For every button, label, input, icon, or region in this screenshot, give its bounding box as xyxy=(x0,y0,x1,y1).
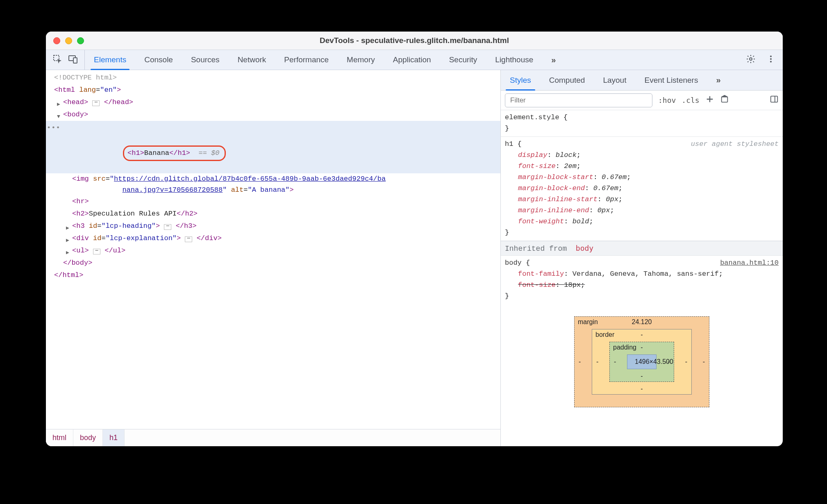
css-property[interactable]: margin-block-end: 0.67em; xyxy=(518,183,779,194)
toggle-sidebar-icon[interactable] xyxy=(770,95,779,106)
element-style-block[interactable]: element.style {} xyxy=(501,110,783,137)
stab-listeners[interactable]: Event Listeners xyxy=(635,70,707,90)
svg-point-4 xyxy=(770,55,772,57)
dom-img[interactable]: <img src="https://cdn.glitch.global/87b4… xyxy=(54,173,500,195)
body-selector: body xyxy=(505,259,522,267)
tab-sources[interactable]: Sources xyxy=(182,50,229,70)
dom-tree[interactable]: <!DOCTYPE html> <html lang="en"> ▶<head>… xyxy=(46,70,500,429)
ellipsis-icon[interactable]: ⋯ xyxy=(92,100,100,106)
padding-left-value: - xyxy=(614,358,616,366)
hover-toggle[interactable]: :hov xyxy=(658,96,676,104)
css-property[interactable]: margin-block-start: 0.67em; xyxy=(518,172,779,183)
img-src-part1[interactable]: https://cdn.glitch.global/87b4c0fe-655a-… xyxy=(114,175,386,183)
stab-computed[interactable]: Computed xyxy=(540,70,594,90)
css-property[interactable]: font-size: 2em; xyxy=(518,161,779,172)
styles-tabs: Styles Computed Layout Event Listeners » xyxy=(501,70,783,91)
svg-rect-8 xyxy=(771,96,778,102)
padding-top-value: - xyxy=(641,344,643,351)
computed-styles-icon[interactable] xyxy=(720,95,729,106)
dom-body-close[interactable]: </body> xyxy=(54,257,500,269)
devtools-window: DevTools - speculative-rules.glitch.me/b… xyxy=(46,32,783,446)
window-title: DevTools - speculative-rules.glitch.me/b… xyxy=(46,36,783,45)
dom-selected-row[interactable]: ••• <h1>Banana</h1> == $0 xyxy=(46,121,500,173)
settings-gear-icon[interactable] xyxy=(746,54,756,66)
tab-security[interactable]: Security xyxy=(440,50,486,70)
tab-memory[interactable]: Memory xyxy=(338,50,384,70)
dom-div[interactable]: ▶<div id="lcp-explanation"> ⋯ </div> xyxy=(54,232,500,245)
stab-listeners-label: Event Listeners xyxy=(644,76,698,85)
tab-memory-label: Memory xyxy=(347,55,375,64)
svg-rect-2 xyxy=(73,58,77,63)
dom-hr[interactable]: <hr> xyxy=(54,195,500,208)
tab-performance[interactable]: Performance xyxy=(275,50,338,70)
dom-h3[interactable]: ▶<h3 id="lcp-heading"> ⋯ </h3> xyxy=(54,220,500,232)
css-property[interactable]: display: block; xyxy=(518,150,779,161)
crumb-body[interactable]: body xyxy=(73,429,103,446)
css-property[interactable]: margin-inline-end: 0px; xyxy=(518,205,779,216)
tab-network[interactable]: Network xyxy=(229,50,275,70)
chevron-double-right-icon: » xyxy=(716,75,719,85)
stab-styles[interactable]: Styles xyxy=(501,70,540,90)
h1-selector: h1 xyxy=(505,140,513,148)
inspect-element-icon[interactable] xyxy=(52,54,62,66)
css-property[interactable]: font-weight: bold; xyxy=(518,216,779,227)
chevron-double-right-icon: » xyxy=(551,55,554,65)
h2-text: Speculation Rules API xyxy=(89,210,177,218)
ellipsis-icon[interactable]: ⋯ xyxy=(164,224,171,230)
padding-label: padding xyxy=(613,344,636,351)
box-model-border[interactable]: border - - - - padding - - - xyxy=(592,329,692,395)
tab-application[interactable]: Application xyxy=(384,50,440,70)
tab-elements-label: Elements xyxy=(94,55,126,64)
class-toggle[interactable]: .cls xyxy=(682,96,699,104)
stab-layout[interactable]: Layout xyxy=(594,70,635,90)
ellipsis-icon[interactable]: ⋯ xyxy=(93,249,100,254)
margin-right-value: - xyxy=(703,358,705,366)
doctype-text: <!DOCTYPE html> xyxy=(54,74,117,82)
crumb-html[interactable]: html xyxy=(46,429,73,446)
img-src-part2[interactable]: nana.jpg?v=1705668720588 xyxy=(122,186,223,194)
gutter-menu-icon[interactable]: ••• xyxy=(47,122,61,134)
filter-input[interactable] xyxy=(505,93,652,107)
dom-head[interactable]: ▶<head> ⋯ </head> xyxy=(54,96,500,109)
padding-bottom-value: - xyxy=(641,372,643,380)
zoom-icon[interactable] xyxy=(77,37,84,44)
dom-html-close[interactable]: </html> xyxy=(54,269,500,282)
border-right-value: - xyxy=(685,358,687,366)
more-stabs-icon[interactable]: » xyxy=(707,70,728,90)
elements-panel: <!DOCTYPE html> <html lang="en"> ▶<head>… xyxy=(46,70,501,446)
crumb-html-label: html xyxy=(52,434,66,442)
tab-elements[interactable]: Elements xyxy=(85,50,135,70)
box-model: margin 24.120 - - border - - - - xyxy=(501,304,783,407)
stab-styles-label: Styles xyxy=(510,76,531,85)
tab-lighthouse[interactable]: Lighthouse xyxy=(486,50,542,70)
inherited-separator: Inherited from body xyxy=(501,241,783,256)
crumb-h1[interactable]: h1 xyxy=(103,429,125,446)
new-style-rule-icon[interactable] xyxy=(705,95,714,106)
close-icon[interactable] xyxy=(53,37,60,44)
body-rule-block[interactable]: banana.html:10 body { font-family: Verda… xyxy=(501,256,783,304)
device-toggle-icon[interactable] xyxy=(68,54,78,66)
box-model-content[interactable]: 1496×43.500 xyxy=(627,354,657,369)
margin-top-value: 24.120 xyxy=(632,318,652,326)
css-property[interactable]: margin-inline-start: 0px; xyxy=(518,194,779,205)
box-model-margin[interactable]: margin 24.120 - - border - - - - xyxy=(574,316,709,407)
breadcrumb: html body h1 xyxy=(46,429,500,446)
dom-ul[interactable]: ▶<ul> ⋯ </ul> xyxy=(54,245,500,257)
css-property[interactable]: font-size: 18px; xyxy=(518,279,779,291)
ellipsis-icon[interactable]: ⋯ xyxy=(185,236,192,242)
dom-doctype[interactable]: <!DOCTYPE html> xyxy=(54,72,500,84)
h1-rule-block[interactable]: user agent stylesheet h1 { display: bloc… xyxy=(501,137,783,241)
tab-console[interactable]: Console xyxy=(135,50,182,70)
box-model-padding[interactable]: padding - - - - 1496×43.500 xyxy=(609,342,674,382)
inspector-icons xyxy=(46,50,85,70)
kebab-menu-icon[interactable] xyxy=(766,54,775,66)
css-property[interactable]: font-family: Verdana, Geneva, Tahoma, sa… xyxy=(518,268,779,279)
minimize-icon[interactable] xyxy=(65,37,72,44)
source-link[interactable]: banana.html:10 xyxy=(720,257,779,268)
more-tabs-icon[interactable]: » xyxy=(542,50,563,70)
border-label: border xyxy=(595,331,614,338)
dom-h2[interactable]: <h2>Speculation Rules API</h2> xyxy=(54,208,500,220)
h1-text: Banana xyxy=(144,149,169,157)
dom-body-open[interactable]: ▼<body> xyxy=(54,109,500,121)
dom-html-open[interactable]: <html lang="en"> xyxy=(54,84,500,96)
